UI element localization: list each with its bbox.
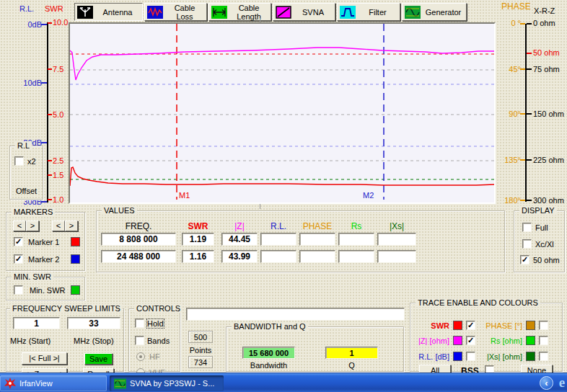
marker2-right-button[interactable]: > [65,220,78,231]
m1-phase-value[interactable] [299,233,335,246]
rl-tick-0db: 0dB [20,20,42,29]
bandwidth-value-field[interactable]: 15 680 000 [242,347,295,359]
cable-loss-button[interactable]: Cable Loss [144,3,207,21]
sweep-start-input[interactable]: 1 [13,317,60,329]
controls-group-title: CONTROLS [134,304,183,313]
display-50ohm-label: 50 ohm [533,256,560,264]
m1-xs-value[interactable] [377,233,416,246]
markers-group-title: MARKERS [12,208,55,216]
trace-phase-swatch[interactable] [526,321,535,330]
filter-button[interactable]: Filter [337,3,400,21]
marker1-left-button[interactable]: < [13,220,26,231]
bands-checkbox[interactable] [135,336,144,345]
generator-icon [405,6,421,19]
m2-rl-value[interactable] [260,250,296,263]
m2-phase-value[interactable] [299,250,335,263]
m1-swr-value[interactable]: 1.19 [182,233,214,246]
save-button[interactable]: Save [84,353,113,365]
ohm-tickmark [527,200,532,201]
q-value-field[interactable]: 1 [325,347,378,359]
marker2-left-button[interactable]: < [52,220,65,231]
svg-text:M2: M2 [363,191,374,200]
points-count-field[interactable]: 500 [188,331,213,343]
trace-enable-group-title: TRACE ENABLE AND COLOURS [416,298,540,307]
m2-xs-value[interactable] [377,250,416,263]
swr-tickmark [48,114,52,115]
cable-length-button[interactable]: Cable Length [208,3,271,21]
values-groupbox: VALUES FREQ. SWR |Z| R.L. PHASE Rs |Xs| … [96,210,505,272]
ohm-tickmark [527,113,532,115]
trace-xs-swatch[interactable] [526,352,535,361]
full-span-button[interactable]: |< Full >| [22,352,67,365]
phase-tick-45: 45° [501,65,521,74]
trace-rl-checkbox[interactable] [466,352,475,361]
x2-checkbox[interactable] [14,156,24,166]
trace-xs-checkbox[interactable] [539,352,548,361]
trace-rs-label: Rs [ohm] [483,337,522,345]
rl-offset-groupbox: R.L x2 Offset [9,146,43,200]
min-swr-color-swatch[interactable] [71,285,80,295]
trace-z-checkbox[interactable]: ✓ [466,336,475,345]
text-input[interactable] [186,308,405,321]
marker1-checkbox[interactable]: ✓ [14,237,23,246]
m1-freq-value[interactable]: 8 808 000 [101,233,176,246]
trace-phase-checkbox[interactable] [539,321,548,330]
trace-swr-swatch[interactable] [453,321,462,330]
controls-groupbox: CONTROLS Hold Bands HF VHF [128,308,180,372]
marker2-color-swatch[interactable] [71,254,80,264]
cable-length-button-label: Cable Length [227,4,271,21]
display-xcxl-checkbox[interactable] [522,239,532,249]
taskbar-item-irfanview[interactable]: IrfanView [0,375,107,391]
swr-tick-7-5: 7.5 [53,65,63,74]
swr-axis-header: SWR [45,4,63,13]
taskbar-item-svna[interactable]: SVNA by SP3SWJ - S... [110,375,224,391]
internet-explorer-tray-icon[interactable]: e [555,375,567,391]
trace-z-label: |Z| [ohm] [412,337,449,345]
m2-z-value[interactable]: 43.99 [221,250,258,263]
marker1-color-swatch[interactable] [71,237,80,246]
m1-rl-value[interactable] [260,233,296,246]
tray-collapse-chevron[interactable]: ‹ [540,376,553,390]
taskbar-item-svna-label: SVNA by SP3SWJ - S... [130,379,214,388]
generator-button-label: Generator [421,8,466,17]
sweep-stop-input[interactable]: 33 [67,317,120,329]
min-swr-checkbox[interactable] [14,285,23,295]
offset-button[interactable]: Offset [10,187,43,195]
phase-tick-0: 0 ° [501,19,521,27]
cable-length-icon [211,6,227,19]
phase-tick-135: 135° [501,156,521,164]
values-header-rl: R.L. [260,221,296,231]
values-header-swr: SWR [182,221,214,231]
m2-rs-value[interactable] [338,250,374,263]
display-50ohm-checkbox[interactable]: ✓ [520,255,529,264]
trace-swr-checkbox[interactable]: ✓ [466,321,475,330]
svna-button-label: SVNA [291,8,335,17]
m2-freq-value[interactable]: 24 488 000 [101,250,176,263]
ohm-tickmark [527,159,532,161]
m2-swr-value[interactable]: 1.16 [182,250,214,263]
trace-z-swatch[interactable] [453,336,462,345]
m1-z-value[interactable]: 44.45 [221,233,258,246]
display-full-checkbox[interactable] [522,223,532,232]
min-swr-group-title: MIN. SWR [12,272,53,281]
marker2-label: Marker 2 [28,255,59,264]
hold-checkbox[interactable] [135,318,144,328]
trace-rs-swatch[interactable] [526,336,535,345]
m1-rs-value[interactable] [338,233,374,246]
svna-button[interactable]: SVNA [273,3,335,21]
swr-tickmark [48,199,52,200]
ohm-tick-300: 300 ohm [533,196,564,205]
antenna-button[interactable]: Antenna [74,3,143,21]
marker2-checkbox[interactable]: ✓ [14,254,23,264]
points-secondary-field[interactable]: 734 [188,356,213,368]
trace-phase-label: PHASE [°] [483,321,522,330]
marker1-right-button[interactable]: > [26,220,39,231]
bandwidth-group-title: BANDWIDTH and Q [232,322,308,331]
sweep-plot[interactable]: M1M2 [69,22,496,204]
ohm-tickmark [527,68,532,70]
trace-rl-swatch[interactable] [453,352,462,361]
hf-radio[interactable] [136,352,145,361]
trace-rs-checkbox[interactable] [539,336,548,345]
phase-tickmark [520,23,525,24]
generator-button[interactable]: Generator [402,3,467,21]
